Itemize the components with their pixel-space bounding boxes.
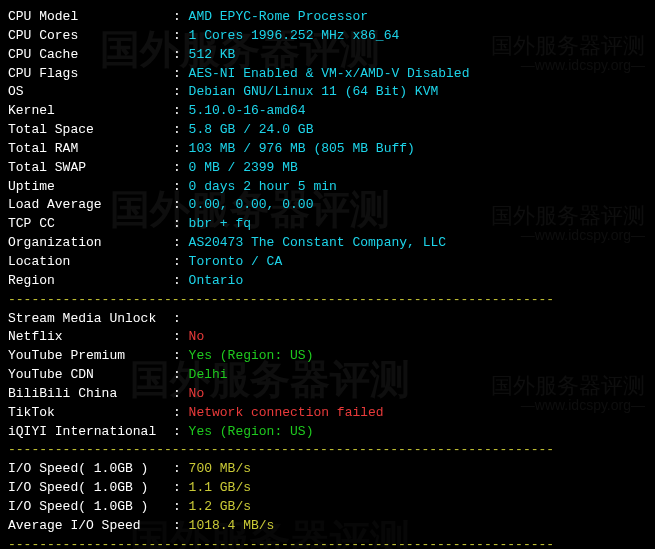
label: Region xyxy=(8,272,173,291)
label: I/O Speed( 1.0GB ) xyxy=(8,460,173,479)
label: Netflix xyxy=(8,328,173,347)
label: Kernel xyxy=(8,102,173,121)
value: 0 MB / 2399 MB xyxy=(189,160,298,175)
label: Location xyxy=(8,253,173,272)
label: Total SWAP xyxy=(8,159,173,178)
value: bbr + fq xyxy=(189,216,251,231)
value: 5.8 GB / 24.0 GB xyxy=(189,122,314,137)
value: No xyxy=(189,329,205,344)
value: 103 MB / 976 MB (805 MB Buff) xyxy=(189,141,415,156)
label: CPU Cores xyxy=(8,27,173,46)
divider: ----------------------------------------… xyxy=(8,291,647,310)
row-youtube-cdn: YouTube CDN: Delhi xyxy=(8,366,647,385)
value: 0.00, 0.00, 0.00 xyxy=(189,197,314,212)
value: 1.1 GB/s xyxy=(189,480,251,495)
label: BiliBili China xyxy=(8,385,173,404)
value: 700 MB/s xyxy=(189,461,251,476)
label: CPU Model xyxy=(8,8,173,27)
value: 512 KB xyxy=(189,47,236,62)
label: Total RAM xyxy=(8,140,173,159)
value: Toronto / CA xyxy=(189,254,283,269)
row-stream-header: Stream Media Unlock: xyxy=(8,310,647,329)
label: CPU Flags xyxy=(8,65,173,84)
label: I/O Speed( 1.0GB ) xyxy=(8,498,173,517)
row-bilibili: BiliBili China: No xyxy=(8,385,647,404)
value: Delhi xyxy=(189,367,228,382)
row-total-swap: Total SWAP: 0 MB / 2399 MB xyxy=(8,159,647,178)
row-load-average: Load Average: 0.00, 0.00, 0.00 xyxy=(8,196,647,215)
value: 0 days 2 hour 5 min xyxy=(189,179,337,194)
label: TikTok xyxy=(8,404,173,423)
value: Yes (Region: US) xyxy=(189,348,314,363)
divider: ----------------------------------------… xyxy=(8,536,647,549)
label: Uptime xyxy=(8,178,173,197)
divider: ----------------------------------------… xyxy=(8,441,647,460)
row-cpu-cache: CPU Cache: 512 KB xyxy=(8,46,647,65)
row-tcp-cc: TCP CC: bbr + fq xyxy=(8,215,647,234)
row-total-ram: Total RAM: 103 MB / 976 MB (805 MB Buff) xyxy=(8,140,647,159)
row-cpu-model: CPU Model: AMD EPYC-Rome Processor xyxy=(8,8,647,27)
value: 5.10.0-16-amd64 xyxy=(189,103,306,118)
value: Yes (Region: US) xyxy=(189,424,314,439)
label: Organization xyxy=(8,234,173,253)
value: 1018.4 MB/s xyxy=(189,518,275,533)
row-youtube-premium: YouTube Premium: Yes (Region: US) xyxy=(8,347,647,366)
row-tiktok: TikTok: Network connection failed xyxy=(8,404,647,423)
row-io-3: I/O Speed( 1.0GB ): 1.2 GB/s xyxy=(8,498,647,517)
label: Stream Media Unlock xyxy=(8,310,173,329)
row-location: Location: Toronto / CA xyxy=(8,253,647,272)
row-cpu-cores: CPU Cores: 1 Cores 1996.252 MHz x86_64 xyxy=(8,27,647,46)
row-netflix: Netflix: No xyxy=(8,328,647,347)
value: AS20473 The Constant Company, LLC xyxy=(189,235,446,250)
label: TCP CC xyxy=(8,215,173,234)
label: Total Space xyxy=(8,121,173,140)
row-cpu-flags: CPU Flags: AES-NI Enabled & VM-x/AMD-V D… xyxy=(8,65,647,84)
label: Load Average xyxy=(8,196,173,215)
value: 1 Cores 1996.252 MHz x86_64 xyxy=(189,28,400,43)
value: Debian GNU/Linux 11 (64 Bit) KVM xyxy=(189,84,439,99)
terminal-output: CPU Model: AMD EPYC-Rome Processor CPU C… xyxy=(8,8,647,549)
row-kernel: Kernel: 5.10.0-16-amd64 xyxy=(8,102,647,121)
row-io-2: I/O Speed( 1.0GB ): 1.1 GB/s xyxy=(8,479,647,498)
row-uptime: Uptime: 0 days 2 hour 5 min xyxy=(8,178,647,197)
row-iqiyi: iQIYI International: Yes (Region: US) xyxy=(8,423,647,442)
label: iQIYI International xyxy=(8,423,173,442)
label: Average I/O Speed xyxy=(8,517,173,536)
label: YouTube Premium xyxy=(8,347,173,366)
row-total-space: Total Space: 5.8 GB / 24.0 GB xyxy=(8,121,647,140)
value: Ontario xyxy=(189,273,244,288)
row-io-1: I/O Speed( 1.0GB ): 700 MB/s xyxy=(8,460,647,479)
value: Network connection failed xyxy=(189,405,384,420)
row-organization: Organization: AS20473 The Constant Compa… xyxy=(8,234,647,253)
row-region: Region: Ontario xyxy=(8,272,647,291)
label: OS xyxy=(8,83,173,102)
value: AES-NI Enabled & VM-x/AMD-V Disabled xyxy=(189,66,470,81)
row-os: OS: Debian GNU/Linux 11 (64 Bit) KVM xyxy=(8,83,647,102)
value: AMD EPYC-Rome Processor xyxy=(189,9,368,24)
row-io-avg: Average I/O Speed: 1018.4 MB/s xyxy=(8,517,647,536)
label: YouTube CDN xyxy=(8,366,173,385)
label: CPU Cache xyxy=(8,46,173,65)
label: I/O Speed( 1.0GB ) xyxy=(8,479,173,498)
value: 1.2 GB/s xyxy=(189,499,251,514)
value: No xyxy=(189,386,205,401)
